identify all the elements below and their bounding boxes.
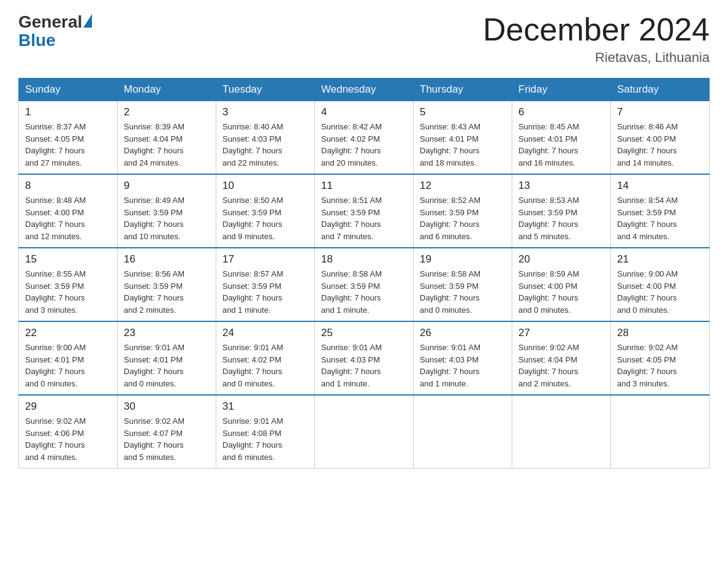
table-row: 5 Sunrise: 8:43 AMSunset: 4:01 PMDayligh… (414, 101, 512, 175)
table-row: 7 Sunrise: 8:46 AMSunset: 4:00 PMDayligh… (611, 101, 710, 175)
month-title: December 2024 (483, 12, 710, 47)
day-info: Sunrise: 9:01 AMSunset: 4:03 PMDaylight:… (321, 343, 382, 388)
day-info: Sunrise: 8:55 AMSunset: 3:59 PMDaylight:… (25, 269, 86, 315)
header-row: Sunday Monday Tuesday Wednesday Thursday… (19, 79, 710, 101)
day-info: Sunrise: 8:57 AMSunset: 3:59 PMDaylight:… (222, 269, 283, 315)
table-row: 15 Sunrise: 8:55 AMSunset: 3:59 PMDaylig… (19, 248, 118, 321)
table-row: 28 Sunrise: 9:02 AMSunset: 4:05 PMDaylig… (611, 321, 710, 395)
col-tuesday: Tuesday (216, 79, 315, 101)
table-row: 17 Sunrise: 8:57 AMSunset: 3:59 PMDaylig… (216, 248, 315, 321)
day-info: Sunrise: 8:37 AMSunset: 4:05 PMDaylight:… (25, 122, 86, 167)
table-row: 10 Sunrise: 8:50 AMSunset: 3:59 PMDaylig… (216, 174, 315, 248)
col-sunday: Sunday (19, 79, 118, 101)
page-header: General Blue December 2024 Rietavas, Lit… (18, 12, 710, 66)
day-info: Sunrise: 8:59 AMSunset: 4:00 PMDaylight:… (518, 269, 579, 315)
day-number: 14 (617, 180, 703, 192)
day-number: 27 (518, 327, 604, 339)
day-number: 21 (617, 253, 703, 266)
day-number: 20 (518, 253, 604, 266)
day-number: 26 (420, 327, 506, 339)
col-wednesday: Wednesday (315, 79, 414, 101)
table-row: 27 Sunrise: 9:02 AMSunset: 4:04 PMDaylig… (512, 321, 611, 395)
day-number: 1 (25, 106, 111, 118)
day-info: Sunrise: 8:54 AMSunset: 3:59 PMDaylight:… (617, 196, 678, 241)
day-info: Sunrise: 9:01 AMSunset: 4:02 PMDaylight:… (222, 343, 283, 388)
calendar-table: Sunday Monday Tuesday Wednesday Thursday… (18, 78, 710, 469)
day-number: 13 (518, 180, 604, 192)
day-info: Sunrise: 9:02 AMSunset: 4:04 PMDaylight:… (518, 343, 579, 388)
location-title: Rietavas, Lithuania (483, 50, 710, 66)
day-info: Sunrise: 8:52 AMSunset: 3:59 PMDaylight:… (420, 196, 480, 241)
table-row (414, 395, 512, 469)
day-number: 22 (25, 327, 111, 339)
day-number: 7 (617, 106, 703, 118)
day-info: Sunrise: 8:56 AMSunset: 3:59 PMDaylight:… (124, 269, 184, 315)
day-number: 30 (124, 400, 210, 413)
title-area: December 2024 Rietavas, Lithuania (483, 12, 710, 66)
table-row: 8 Sunrise: 8:48 AMSunset: 4:00 PMDayligh… (19, 174, 118, 248)
day-number: 11 (321, 180, 407, 192)
col-saturday: Saturday (611, 79, 710, 101)
logo: General Blue (18, 12, 92, 50)
calendar-week-row: 15 Sunrise: 8:55 AMSunset: 3:59 PMDaylig… (19, 248, 710, 321)
day-number: 5 (420, 106, 506, 118)
day-number: 6 (518, 106, 604, 118)
table-row: 16 Sunrise: 8:56 AMSunset: 3:59 PMDaylig… (118, 248, 216, 321)
day-number: 17 (222, 253, 308, 266)
col-monday: Monday (118, 79, 216, 101)
day-info: Sunrise: 8:58 AMSunset: 3:59 PMDaylight:… (420, 269, 480, 315)
day-info: Sunrise: 8:45 AMSunset: 4:01 PMDaylight:… (518, 122, 579, 167)
table-row: 12 Sunrise: 8:52 AMSunset: 3:59 PMDaylig… (414, 174, 512, 248)
table-row: 29 Sunrise: 9:02 AMSunset: 4:06 PMDaylig… (19, 395, 118, 469)
day-info: Sunrise: 8:39 AMSunset: 4:04 PMDaylight:… (124, 122, 184, 167)
day-info: Sunrise: 9:01 AMSunset: 4:03 PMDaylight:… (420, 343, 480, 388)
table-row: 31 Sunrise: 9:01 AMSunset: 4:08 PMDaylig… (216, 395, 315, 469)
day-number: 10 (222, 180, 308, 192)
logo-general-text: General (18, 12, 82, 32)
logo-blue-text: Blue (18, 31, 56, 50)
table-row: 3 Sunrise: 8:40 AMSunset: 4:03 PMDayligh… (216, 101, 315, 175)
day-info: Sunrise: 8:43 AMSunset: 4:01 PMDaylight:… (420, 122, 480, 167)
day-info: Sunrise: 8:40 AMSunset: 4:03 PMDaylight:… (222, 122, 283, 167)
day-number: 31 (222, 400, 308, 413)
day-info: Sunrise: 8:49 AMSunset: 3:59 PMDaylight:… (124, 196, 184, 241)
table-row: 14 Sunrise: 8:54 AMSunset: 3:59 PMDaylig… (611, 174, 710, 248)
day-info: Sunrise: 9:00 AMSunset: 4:01 PMDaylight:… (25, 343, 86, 388)
day-info: Sunrise: 8:58 AMSunset: 3:59 PMDaylight:… (321, 269, 382, 315)
day-number: 15 (25, 253, 111, 266)
table-row (512, 395, 611, 469)
table-row: 9 Sunrise: 8:49 AMSunset: 3:59 PMDayligh… (118, 174, 216, 248)
day-number: 8 (25, 180, 111, 192)
day-number: 25 (321, 327, 407, 339)
day-info: Sunrise: 8:42 AMSunset: 4:02 PMDaylight:… (321, 122, 382, 167)
table-row: 26 Sunrise: 9:01 AMSunset: 4:03 PMDaylig… (414, 321, 512, 395)
day-info: Sunrise: 9:01 AMSunset: 4:01 PMDaylight:… (124, 343, 184, 388)
day-info: Sunrise: 8:48 AMSunset: 4:00 PMDaylight:… (25, 196, 86, 241)
day-info: Sunrise: 8:53 AMSunset: 3:59 PMDaylight:… (518, 196, 579, 241)
day-number: 4 (321, 106, 407, 118)
day-number: 18 (321, 253, 407, 266)
table-row: 4 Sunrise: 8:42 AMSunset: 4:02 PMDayligh… (315, 101, 414, 175)
table-row: 2 Sunrise: 8:39 AMSunset: 4:04 PMDayligh… (118, 101, 216, 175)
day-info: Sunrise: 9:02 AMSunset: 4:06 PMDaylight:… (25, 416, 86, 462)
table-row: 13 Sunrise: 8:53 AMSunset: 3:59 PMDaylig… (512, 174, 611, 248)
logo-triangle-icon (83, 14, 92, 28)
table-row: 23 Sunrise: 9:01 AMSunset: 4:01 PMDaylig… (118, 321, 216, 395)
table-row: 30 Sunrise: 9:02 AMSunset: 4:07 PMDaylig… (118, 395, 216, 469)
table-row: 20 Sunrise: 8:59 AMSunset: 4:00 PMDaylig… (512, 248, 611, 321)
day-number: 23 (124, 327, 210, 339)
table-row (315, 395, 414, 469)
table-row: 11 Sunrise: 8:51 AMSunset: 3:59 PMDaylig… (315, 174, 414, 248)
day-number: 12 (420, 180, 506, 192)
day-number: 19 (420, 253, 506, 266)
day-number: 16 (124, 253, 210, 266)
day-info: Sunrise: 9:01 AMSunset: 4:08 PMDaylight:… (222, 416, 283, 462)
table-row (611, 395, 710, 469)
day-info: Sunrise: 9:02 AMSunset: 4:05 PMDaylight:… (617, 343, 678, 388)
calendar-week-row: 29 Sunrise: 9:02 AMSunset: 4:06 PMDaylig… (19, 395, 710, 469)
calendar-week-row: 8 Sunrise: 8:48 AMSunset: 4:00 PMDayligh… (19, 174, 710, 248)
day-number: 29 (25, 400, 111, 413)
table-row: 18 Sunrise: 8:58 AMSunset: 3:59 PMDaylig… (315, 248, 414, 321)
table-row: 21 Sunrise: 9:00 AMSunset: 4:00 PMDaylig… (611, 248, 710, 321)
table-row: 24 Sunrise: 9:01 AMSunset: 4:02 PMDaylig… (216, 321, 315, 395)
